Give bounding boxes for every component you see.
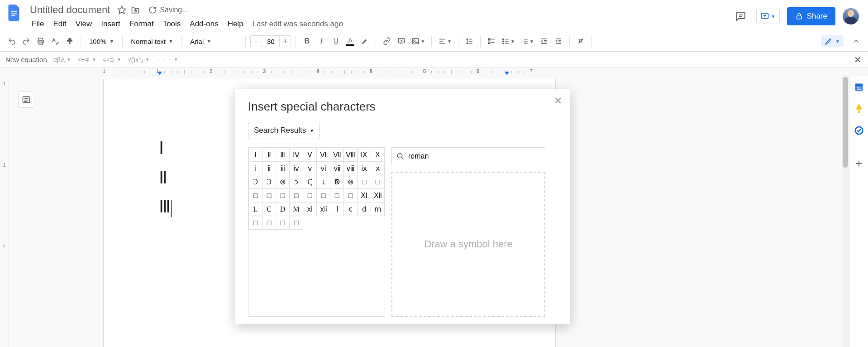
character-cell[interactable]: □ (262, 216, 276, 230)
character-cell[interactable]: Ⅵ (317, 148, 330, 162)
character-cell[interactable]: Ⅺ (358, 189, 371, 202)
character-cell[interactable]: ⅸ (358, 162, 371, 175)
eq-math-button[interactable]: √()x²₃▼ (128, 56, 150, 63)
character-cell[interactable]: C (262, 202, 276, 216)
draw-symbol-area[interactable]: Draw a symbol here (391, 172, 545, 317)
document-title[interactable]: Untitled document (27, 3, 113, 17)
star-icon[interactable] (117, 5, 126, 14)
character-cell[interactable]: Ⅰ (249, 148, 262, 162)
docs-logo[interactable] (5, 3, 24, 23)
share-button[interactable]: Share (787, 7, 835, 25)
close-dialog-button[interactable]: ✕ (554, 95, 562, 107)
bold-button[interactable]: B (300, 35, 313, 48)
increase-font-button[interactable]: + (280, 37, 291, 45)
character-cell[interactable]: □ (290, 216, 303, 230)
bulleted-list-button[interactable]: ▼ (500, 35, 517, 48)
character-cell[interactable]: ⅱ (262, 162, 276, 175)
checklist-button[interactable] (485, 35, 498, 48)
character-cell[interactable]: ⅴ (303, 162, 317, 175)
line-spacing-button[interactable] (463, 35, 476, 48)
character-cell[interactable]: ⅼ (330, 202, 344, 216)
character-cell[interactable]: Ↄ (249, 175, 262, 189)
add-icon[interactable] (854, 158, 864, 169)
undo-button[interactable] (5, 35, 18, 48)
character-cell[interactable]: M (290, 202, 303, 216)
character-cell[interactable]: ⅲ (276, 162, 290, 175)
character-cell[interactable]: Ⅹ (371, 148, 385, 162)
tasks-icon[interactable] (854, 125, 864, 136)
character-cell[interactable]: ⅷ (344, 162, 358, 175)
account-avatar[interactable] (843, 8, 859, 24)
underline-button[interactable]: U (329, 35, 342, 48)
character-cell[interactable]: □ (371, 175, 385, 189)
character-cell[interactable]: Ⅶ (330, 148, 344, 162)
character-cell[interactable]: □ (317, 189, 330, 202)
character-cell[interactable]: L (249, 202, 262, 216)
spellcheck-button[interactable] (49, 35, 62, 48)
character-cell[interactable]: □ (276, 216, 290, 230)
character-cell[interactable]: Ⅱ (262, 148, 276, 162)
menu-addons[interactable]: Add-ons (185, 18, 223, 30)
character-cell[interactable]: ⊚ (344, 175, 358, 189)
last-edit-link[interactable]: Last edit was seconds ago (253, 19, 343, 29)
close-equation-bar-button[interactable]: ✕ (854, 54, 862, 65)
eq-arrows-button[interactable]: ←↑→▼ (156, 56, 178, 63)
font-size-input[interactable] (262, 36, 280, 47)
link-button[interactable] (381, 35, 393, 48)
vertical-scrollbar[interactable] (842, 76, 849, 347)
decrease-font-button[interactable]: − (251, 37, 262, 45)
character-cell[interactable]: Ҁ (303, 175, 317, 189)
text-color-button[interactable]: A (344, 35, 357, 48)
eq-greek-button[interactable]: αβΔ▼ (53, 56, 71, 63)
zoom-select[interactable]: 100%▼ (86, 35, 118, 48)
scrollbar-thumb[interactable] (843, 77, 848, 168)
paint-format-button[interactable] (63, 35, 76, 48)
increase-indent-button[interactable] (552, 35, 565, 48)
vertical-ruler[interactable]: 112 (0, 76, 9, 347)
character-cell[interactable]: □ (303, 189, 317, 202)
menu-insert[interactable]: Insert (96, 18, 125, 30)
redo-button[interactable] (20, 35, 33, 48)
menu-tools[interactable]: Tools (158, 18, 186, 30)
character-cell[interactable]: □ (249, 189, 262, 202)
character-cell[interactable]: □ (344, 189, 358, 202)
eq-operators-button[interactable]: ×÷∓▼ (77, 56, 96, 63)
character-cell[interactable]: □ (249, 216, 262, 230)
font-select[interactable]: Arial▼ (186, 35, 241, 48)
character-cell[interactable]: Ⅲ (276, 148, 290, 162)
keep-icon[interactable] (854, 103, 864, 114)
character-cell[interactable]: Ⅳ (290, 148, 303, 162)
character-cell[interactable]: D (276, 202, 290, 216)
image-button[interactable]: ▼ (410, 35, 427, 48)
collapse-toolbar-button[interactable] (850, 35, 863, 48)
clear-format-button[interactable] (574, 35, 587, 48)
character-cell[interactable]: ⅺ (303, 202, 317, 216)
style-select[interactable]: Normal text▼ (127, 35, 177, 48)
outline-toggle-button[interactable] (18, 92, 34, 108)
character-cell[interactable]: □ (276, 189, 290, 202)
character-cell[interactable]: ↁ (330, 175, 344, 189)
numbered-list-button[interactable]: 12▼ (519, 35, 536, 48)
comments-icon[interactable] (733, 8, 749, 24)
decrease-indent-button[interactable] (538, 35, 550, 48)
character-search-input[interactable] (408, 152, 540, 160)
character-cell[interactable]: ⅻ (317, 202, 330, 216)
comment-button[interactable] (395, 35, 408, 48)
character-cell[interactable]: ⅳ (290, 162, 303, 175)
character-cell[interactable]: Ⅴ (303, 148, 317, 162)
character-cell[interactable]: ↓ (317, 175, 330, 189)
character-cell[interactable]: Ↄ (262, 175, 276, 189)
eq-relations-button[interactable]: ≤≠⊃▼ (103, 56, 121, 63)
present-button[interactable]: ▼ (756, 9, 780, 24)
new-equation-button[interactable]: New equation (5, 56, 47, 63)
character-cell[interactable]: □ (262, 189, 276, 202)
character-cell[interactable]: ⊚ (276, 175, 290, 189)
menu-format[interactable]: Format (125, 18, 158, 30)
editing-mode-button[interactable]: ▼ (821, 35, 844, 47)
character-cell[interactable]: ⅿ (371, 202, 385, 216)
character-cell[interactable]: ⅶ (330, 162, 344, 175)
align-button[interactable]: ▼ (436, 35, 453, 48)
print-button[interactable] (34, 35, 47, 48)
character-cell[interactable]: ⅰ (249, 162, 262, 175)
character-cell[interactable]: ↄ (290, 175, 303, 189)
